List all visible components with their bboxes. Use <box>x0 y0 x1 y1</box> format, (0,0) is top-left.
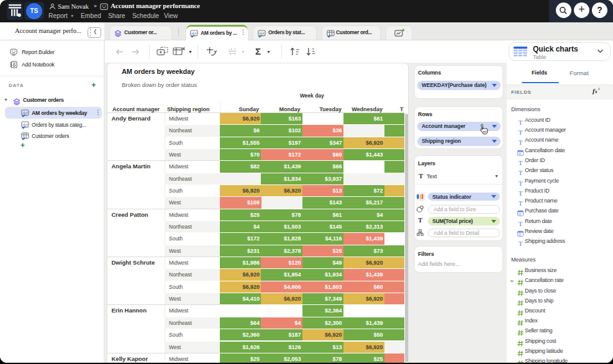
svg-text:T: T <box>518 200 522 206</box>
svg-text:T: T <box>518 221 522 227</box>
svg-text:T: T <box>518 160 522 166</box>
svg-text:T: T <box>518 180 522 186</box>
svg-text:T: T <box>518 139 522 145</box>
svg-text:T: T <box>518 240 522 247</box>
svg-text:T: T <box>518 190 522 196</box>
svg-text:T: T <box>518 119 522 125</box>
svg-text:T: T <box>518 170 522 176</box>
svg-text:T: T <box>518 129 522 135</box>
